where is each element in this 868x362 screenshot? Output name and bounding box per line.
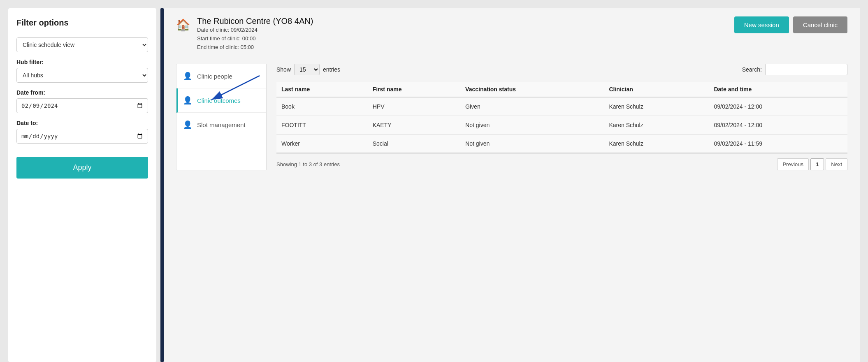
- nav-item-slot-management[interactable]: 👤 Slot management: [176, 113, 266, 137]
- col-last-name: Last name: [276, 82, 368, 97]
- main-area: 🏠 The Rubicon Centre (YO8 4AN) Date of c…: [160, 8, 860, 362]
- search-label: Search:: [742, 66, 762, 73]
- nav-item-clinic-people[interactable]: 👤 Clinic people: [176, 64, 266, 88]
- hub-select[interactable]: All hubs Hub 1 Hub 2: [16, 68, 148, 83]
- slot-management-label: Slot management: [197, 121, 246, 128]
- header-buttons: New session Cancel clinic: [734, 16, 847, 33]
- cell-last-name: Book: [276, 97, 368, 116]
- left-nav: 👤 Clinic people 👤 Clinic outcomes 👤 Slot…: [176, 64, 267, 170]
- slot-person-icon: 👤: [183, 120, 192, 129]
- date-from-label: Date from:: [16, 89, 148, 96]
- entries-select[interactable]: 15 10 25 50 100: [294, 64, 320, 75]
- cell-vaccination-status: Not given: [460, 116, 604, 135]
- clinic-name: The Rubicon Centre (YO8 4AN): [197, 16, 313, 26]
- cell-clinician: Karen Schulz: [604, 97, 709, 116]
- clinic-outcomes-label: Clinic outcomes: [197, 97, 241, 104]
- cell-vaccination-status: Given: [460, 97, 604, 116]
- nav-item-clinic-outcomes[interactable]: 👤 Clinic outcomes: [176, 88, 266, 113]
- clinic-date: Date of clinic: 09/02/2024: [197, 26, 313, 35]
- table-row: FOOTITTKAETYNot givenKaren Schulz09/02/2…: [276, 116, 847, 135]
- cancel-clinic-button[interactable]: Cancel clinic: [793, 16, 847, 33]
- date-to-label: Date to:: [16, 120, 148, 126]
- cell-clinician: Karen Schulz: [604, 135, 709, 153]
- entries-label: entries: [323, 66, 340, 73]
- show-entries-control: Show 15 10 25 50 100 entries: [276, 64, 340, 75]
- cell-date-time: 09/02/2024 - 11:59: [709, 135, 847, 153]
- show-label: Show: [276, 66, 291, 73]
- new-session-button[interactable]: New session: [734, 16, 789, 33]
- body-layout: 👤 Clinic people 👤 Clinic outcomes 👤 Slot…: [176, 64, 847, 170]
- col-first-name: First name: [368, 82, 460, 97]
- cell-vaccination-status: Not given: [460, 135, 604, 153]
- clinic-header-left: 🏠 The Rubicon Centre (YO8 4AN) Date of c…: [176, 16, 313, 51]
- table-row: BookHPVGivenKaren Schulz09/02/2024 - 12:…: [276, 97, 847, 116]
- clinic-header: 🏠 The Rubicon Centre (YO8 4AN) Date of c…: [176, 16, 847, 51]
- cell-last-name: FOOTITT: [276, 116, 368, 135]
- clinic-start-time: Start time of clinic: 00:00: [197, 35, 313, 43]
- prev-button[interactable]: Previous: [777, 158, 809, 170]
- col-clinician: Clinician: [604, 82, 709, 97]
- pagination: Showing 1 to 3 of 3 entries Previous 1 N…: [276, 158, 847, 170]
- search-input[interactable]: [765, 64, 847, 75]
- cell-date-time: 09/02/2024 - 12:00: [709, 97, 847, 116]
- outcomes-person-icon: 👤: [183, 96, 192, 105]
- pagination-controls: Previous 1 Next: [777, 158, 847, 170]
- table-controls: Show 15 10 25 50 100 entries Search:: [276, 64, 847, 75]
- date-from-input[interactable]: [16, 98, 148, 113]
- cell-last-name: Worker: [276, 135, 368, 153]
- view-select[interactable]: Clinic schedule view Clinic list view: [16, 37, 148, 52]
- hub-filter-label: Hub filter:: [16, 59, 148, 65]
- data-table: Last name First name Vaccination status …: [276, 82, 847, 153]
- next-button[interactable]: Next: [826, 158, 847, 170]
- home-icon: 🏠: [176, 18, 190, 32]
- col-vaccination-status: Vaccination status: [460, 82, 604, 97]
- table-row: WorkerSocialNot givenKaren Schulz09/02/2…: [276, 135, 847, 153]
- right-panel: Show 15 10 25 50 100 entries Search:: [267, 64, 847, 170]
- cell-clinician: Karen Schulz: [604, 116, 709, 135]
- pagination-info: Showing 1 to 3 of 3 entries: [276, 161, 340, 167]
- search-bar: Search:: [742, 64, 847, 75]
- sidebar: Filter options Clinic schedule view Clin…: [8, 8, 156, 362]
- clinic-people-label: Clinic people: [197, 73, 232, 80]
- table-header-row: Last name First name Vaccination status …: [276, 82, 847, 97]
- col-date-time: Date and time: [709, 82, 847, 97]
- apply-button[interactable]: Apply: [16, 157, 148, 179]
- sidebar-title: Filter options: [16, 18, 148, 28]
- clinic-end-time: End time of clinic: 05:00: [197, 43, 313, 52]
- nav-bar: [160, 8, 164, 362]
- cell-date-time: 09/02/2024 - 12:00: [709, 116, 847, 135]
- content-area: 🏠 The Rubicon Centre (YO8 4AN) Date of c…: [164, 8, 860, 362]
- cell-first-name: Social: [368, 135, 460, 153]
- page-1-button[interactable]: 1: [810, 158, 824, 170]
- cell-first-name: HPV: [368, 97, 460, 116]
- date-to-input[interactable]: [16, 129, 148, 144]
- person-icon: 👤: [183, 72, 192, 81]
- cell-first-name: KAETY: [368, 116, 460, 135]
- clinic-info: The Rubicon Centre (YO8 4AN) Date of cli…: [197, 16, 313, 51]
